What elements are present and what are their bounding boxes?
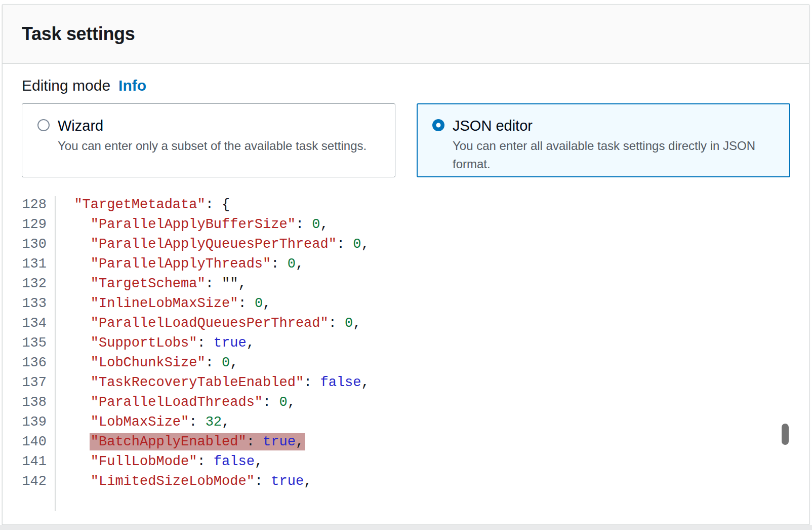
gutter-divider bbox=[55, 196, 56, 511]
info-link[interactable]: Info bbox=[118, 77, 146, 94]
panel-header: Task settings bbox=[3, 5, 809, 64]
line-number: 141 bbox=[3, 452, 52, 472]
wizard-option-description: You can enter only a subset of the avail… bbox=[58, 137, 386, 155]
code-line-134[interactable]: 134 "ParallelLoadQueuesPerThread": 0, bbox=[3, 314, 790, 333]
code-text: "InlineLobMaxSize": 0, bbox=[52, 294, 271, 314]
code-line-138[interactable]: 138 "ParallelLoadThreads": 0, bbox=[3, 393, 790, 412]
page: Task settings Editing modeInfo Wizard Yo… bbox=[0, 0, 812, 530]
code-line-131[interactable]: 131 "ParallelApplyThreads": 0, bbox=[3, 254, 790, 274]
editor-scrollbar-thumb[interactable] bbox=[782, 424, 789, 445]
wizard-option-tile[interactable]: Wizard You can enter only a subset of th… bbox=[22, 103, 395, 177]
json-editor-option-description: You can enter all available task setting… bbox=[453, 137, 781, 173]
json-editor-radio-button[interactable] bbox=[432, 119, 444, 131]
line-number: 139 bbox=[3, 412, 52, 432]
code-text: "FullLobMode": false, bbox=[52, 452, 263, 472]
code-line-141[interactable]: 141 "FullLobMode": false, bbox=[3, 452, 790, 472]
line-number: 140 bbox=[3, 432, 52, 452]
code-line-135[interactable]: 135 "SupportLobs": true, bbox=[3, 333, 790, 353]
code-line-132[interactable]: 132 "TargetSchema": "", bbox=[3, 274, 790, 294]
wizard-option-label: Wizard bbox=[58, 117, 389, 134]
editing-mode-field: Editing modeInfo bbox=[22, 77, 146, 94]
code-text: "ParallelApplyBufferSize": 0, bbox=[52, 215, 329, 235]
code-line-136[interactable]: 136 "LobChunkSize": 0, bbox=[3, 353, 790, 373]
code-text: "LobMaxSize": 32, bbox=[52, 412, 230, 432]
code-text: "TargetSchema": "", bbox=[52, 274, 247, 294]
line-number: 134 bbox=[3, 314, 52, 333]
code-text: "ParallelApplyQueuesPerThread": 0, bbox=[52, 235, 370, 254]
code-text: "TargetMetadata": { bbox=[52, 195, 230, 215]
json-editor-option-tile[interactable]: JSON editor You can enter all available … bbox=[417, 103, 790, 177]
editing-mode-label: Editing mode bbox=[22, 77, 110, 94]
highlighted-code: "BatchApplyEnabled": true, bbox=[91, 434, 304, 449]
line-number: 131 bbox=[3, 254, 52, 274]
line-number: 135 bbox=[3, 333, 52, 353]
line-number: 142 bbox=[3, 472, 52, 491]
line-number: 132 bbox=[3, 274, 52, 294]
code-text: "ParallelApplyThreads": 0, bbox=[52, 254, 304, 274]
code-line-140[interactable]: 140 "BatchApplyEnabled": true, bbox=[3, 432, 790, 452]
code-text: "ParallelLoadQueuesPerThread": 0, bbox=[52, 314, 361, 333]
task-settings-panel: Task settings Editing modeInfo Wizard Yo… bbox=[2, 4, 809, 525]
line-number: 137 bbox=[3, 373, 52, 393]
line-number: 130 bbox=[3, 235, 52, 254]
code-lines-container: 128 "TargetMetadata": {129 "ParallelAppl… bbox=[3, 195, 790, 491]
line-number: 138 bbox=[3, 393, 52, 412]
code-line-130[interactable]: 130 "ParallelApplyQueuesPerThread": 0, bbox=[3, 235, 790, 254]
code-text: "BatchApplyEnabled": true, bbox=[52, 432, 304, 452]
line-number: 128 bbox=[3, 195, 52, 215]
json-editor-option-label: JSON editor bbox=[453, 117, 784, 134]
line-number: 133 bbox=[3, 294, 52, 314]
code-line-142[interactable]: 142 "LimitedSizeLobMode": true, bbox=[3, 472, 790, 491]
page-background-strip bbox=[0, 525, 812, 530]
json-code-editor[interactable]: 128 "TargetMetadata": {129 "ParallelAppl… bbox=[3, 195, 790, 515]
code-line-129[interactable]: 129 "ParallelApplyBufferSize": 0, bbox=[3, 215, 790, 235]
editing-mode-options: Wizard You can enter only a subset of th… bbox=[22, 103, 790, 177]
line-number: 136 bbox=[3, 353, 52, 373]
code-line-128[interactable]: 128 "TargetMetadata": { bbox=[3, 195, 790, 215]
code-text: "TaskRecoveryTableEnabled": false, bbox=[52, 373, 370, 393]
code-text: "LimitedSizeLobMode": true, bbox=[52, 472, 312, 491]
code-text: "LobChunkSize": 0, bbox=[52, 353, 238, 373]
line-number: 129 bbox=[3, 215, 52, 235]
wizard-radio-button[interactable] bbox=[37, 119, 50, 131]
code-text: "SupportLobs": true, bbox=[52, 333, 255, 353]
code-line-139[interactable]: 139 "LobMaxSize": 32, bbox=[3, 412, 790, 432]
code-line-133[interactable]: 133 "InlineLobMaxSize": 0, bbox=[3, 294, 790, 314]
code-text: "ParallelLoadThreads": 0, bbox=[52, 393, 296, 412]
panel-title: Task settings bbox=[22, 23, 135, 45]
code-line-137[interactable]: 137 "TaskRecoveryTableEnabled": false, bbox=[3, 373, 790, 393]
